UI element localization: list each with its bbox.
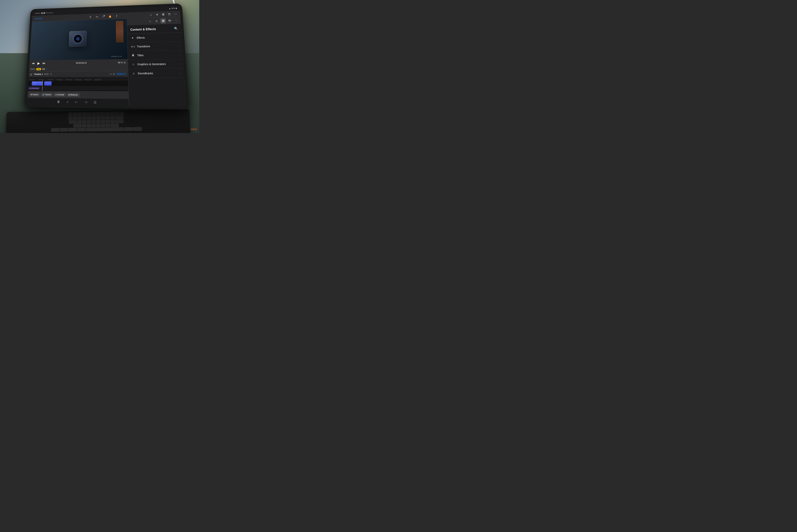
graphics-label: Graphics & Generators xyxy=(137,62,166,66)
skip-forward-button[interactable]: ⏭ xyxy=(42,61,46,65)
play-controls: ⏮ ▶ ⏭ xyxy=(31,61,46,65)
bottom-action-bar: 🗑 ✓ ⊢ ⊣ ⊡ xyxy=(27,98,129,106)
arrange-icon[interactable]: ⊡ xyxy=(92,99,97,105)
titles-icon: A xyxy=(131,53,135,57)
grid-icon[interactable]: ⊞ xyxy=(154,13,160,17)
battery-icon: ▮ xyxy=(176,7,177,9)
key[interactable] xyxy=(110,120,114,123)
key[interactable] xyxy=(106,120,110,123)
key-option[interactable] xyxy=(69,128,77,131)
grid-panel-icon[interactable]: ⊞ xyxy=(154,18,160,24)
mic-icon[interactable]: 🎤 xyxy=(101,14,106,19)
flame-icon[interactable]: 🔥 xyxy=(108,14,112,18)
key-caps[interactable] xyxy=(69,120,77,124)
key-space[interactable] xyxy=(86,127,124,131)
inspect-button[interactable]: ⊞ Inspect xyxy=(29,92,40,97)
share-icon[interactable]: ⎋ xyxy=(88,15,92,19)
clip-broll-2[interactable] xyxy=(44,81,52,86)
main-track-label-row: Go 36 footage xyxy=(28,86,128,90)
key[interactable] xyxy=(96,124,100,127)
volume-button[interactable]: 🔊 Volume xyxy=(41,93,53,97)
soundtracks-item[interactable]: ♫ Soundtracks › xyxy=(128,69,185,78)
animate-icon: ◎ xyxy=(55,94,57,96)
key-option-r[interactable] xyxy=(133,127,142,131)
ruler-mark-4: 00:01:00 xyxy=(57,79,66,81)
delete-icon[interactable]: 🗑 xyxy=(56,99,61,104)
back-label: Insta360 xyxy=(35,17,42,20)
key[interactable] xyxy=(106,124,110,127)
key[interactable] xyxy=(96,120,100,123)
panel-header: Content & Effects 🔍 xyxy=(127,24,182,34)
key[interactable] xyxy=(101,120,105,123)
graphics-chevron: › xyxy=(179,62,180,65)
timeline-duration: 06:05 xyxy=(44,73,49,75)
titles-label: Titles xyxy=(137,54,144,57)
export-icon[interactable]: ⤴ xyxy=(114,14,119,18)
key[interactable] xyxy=(87,124,91,127)
camera2-icon[interactable]: 📷 xyxy=(167,12,172,16)
play-button[interactable]: ▶ xyxy=(37,61,41,65)
key[interactable] xyxy=(77,120,81,124)
graphics-item[interactable]: ☆ Graphics & Generators › xyxy=(128,59,184,69)
skip-back-button[interactable]: ⏮ xyxy=(31,61,36,65)
multicam-icon: ⊞ xyxy=(68,94,70,96)
select-bar: Select Clip Clip › xyxy=(29,66,128,72)
crop-icon[interactable]: ⊣ xyxy=(83,99,88,105)
key-cmd[interactable] xyxy=(77,128,86,131)
battery-level: 87% xyxy=(171,7,175,9)
transitions-chevron: › xyxy=(178,44,179,47)
emoji-icon[interactable]: ☺ xyxy=(148,13,153,17)
more-panel-icon[interactable]: ⋯ xyxy=(173,18,179,23)
playback-controls: ⏮ ▶ ⏭ 00:00:08:19 36 % ⊡ xyxy=(29,59,128,67)
effects-item[interactable]: ✦ Effects › xyxy=(127,33,182,42)
key[interactable] xyxy=(87,120,91,124)
toolbar-left: ‹ Insta360 xyxy=(34,16,87,20)
status-time: 10:28 xyxy=(41,12,45,14)
key[interactable] xyxy=(82,120,86,124)
back-button[interactable]: ‹ Insta360 xyxy=(34,17,42,20)
trim-icon[interactable]: ✂ xyxy=(110,73,112,75)
graphics-left: ☆ Graphics & Generators xyxy=(131,62,166,66)
smiley-panel-icon[interactable]: ☺ xyxy=(147,19,153,24)
status-left: Search 10:28 Fri Jun 21 xyxy=(35,12,53,14)
key[interactable] xyxy=(101,124,105,127)
layer-icon[interactable]: ⊡ xyxy=(113,73,114,75)
timeline-header: Timeline 1 06:05 ⓘ ✂ ⊡ Options ▾ xyxy=(29,71,128,77)
key-fn[interactable] xyxy=(51,128,59,132)
timeline-tracks[interactable]: Go 36 footage xyxy=(28,81,129,91)
checkmark-icon[interactable]: ✓ xyxy=(65,99,70,105)
key-return[interactable] xyxy=(115,119,123,123)
split-icon[interactable]: ⊢ xyxy=(74,99,79,105)
xda-watermark: XDA xyxy=(191,128,197,131)
soundtracks-icon: ♫ xyxy=(131,71,136,76)
volume-label: Volume xyxy=(45,94,51,96)
key-ctrl[interactable] xyxy=(60,128,68,131)
camera-product xyxy=(63,25,92,54)
timeline-title: Timeline 1 xyxy=(34,73,43,75)
animate-button[interactable]: ◎ Animate xyxy=(53,93,66,97)
titles-chevron: › xyxy=(179,53,180,56)
titles-item[interactable]: A Titles › xyxy=(128,50,183,60)
key[interactable] xyxy=(92,124,96,127)
options-button[interactable]: Options ▾ xyxy=(116,73,127,76)
ipad-wrapper: Search 10:28 Fri Jun 21 ▲ 87% ▮ ‹ xyxy=(15,4,188,118)
photo-panel-icon[interactable]: 🖼 xyxy=(160,18,166,23)
search-button[interactable]: 🔍 xyxy=(174,27,178,30)
key[interactable] xyxy=(92,120,96,123)
photo-icon[interactable]: 🖼 xyxy=(161,12,166,17)
more-icon[interactable]: ⋯ xyxy=(173,12,178,16)
clip-broll-1[interactable] xyxy=(32,81,42,86)
key[interactable] xyxy=(82,124,86,127)
camera-icon[interactable]: ▭ xyxy=(95,15,99,19)
ipad-device: Search 10:28 Fri Jun 21 ▲ 87% ▮ ‹ xyxy=(25,3,189,110)
timeline-actions: ✂ ⊡ Options ▾ xyxy=(110,73,127,76)
camera-lens xyxy=(73,34,82,43)
key-cmd-r[interactable] xyxy=(124,127,133,131)
zoom-display: 36 % ⊡ xyxy=(118,61,126,64)
camera-panel-icon[interactable]: 📷 xyxy=(167,18,173,23)
volume-icon: 🔊 xyxy=(42,94,44,96)
transitions-item[interactable]: ⊳◁ Transitions › xyxy=(128,41,183,51)
key-shift-right[interactable] xyxy=(110,124,118,127)
key-shift[interactable] xyxy=(73,124,81,127)
multicam-button[interactable]: ⊞ Multicam xyxy=(67,93,79,97)
